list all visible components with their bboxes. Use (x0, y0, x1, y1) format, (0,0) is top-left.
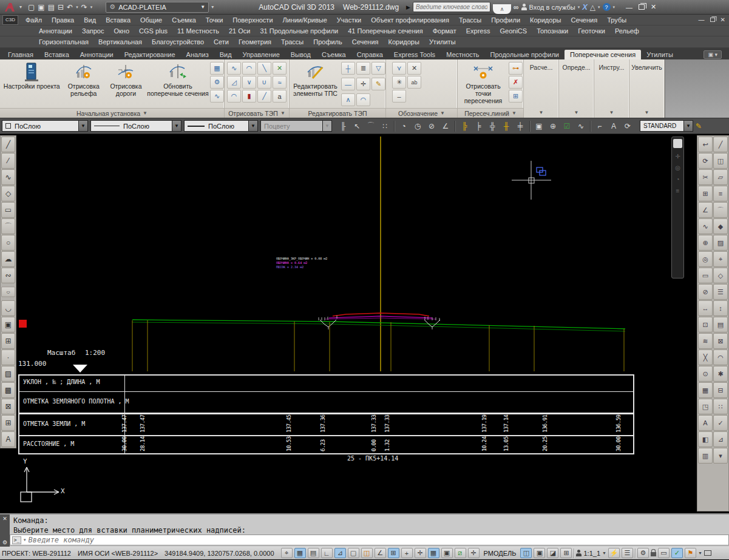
coordinates-readout[interactable]: 349184.9409, 1320757.0268, 0.0000 (164, 550, 274, 557)
trusted-autodesk-button[interactable]: ✓ (671, 548, 683, 558)
menu-routes[interactable]: Трассы (276, 38, 308, 46)
modify-tool-button[interactable]: ⊠ (713, 333, 728, 349)
tab-view[interactable]: Вид (214, 50, 237, 59)
dim-inspect-icon[interactable]: ☑ (561, 122, 573, 130)
quick-properties-toggle[interactable]: ▣ (441, 548, 453, 558)
close-icon[interactable]: ✕ (2, 516, 7, 522)
menu-networks[interactable]: Сети (209, 38, 234, 46)
crossing-delete-icon[interactable]: ✗ (509, 76, 523, 89)
modify-tool-button[interactable]: ∿ (698, 218, 713, 234)
dim-ordinate-icon[interactable]: ∷ (379, 122, 391, 130)
tep-ditch-v-icon[interactable]: ∨ (242, 76, 256, 89)
panel-tools-collapsed[interactable]: Инстру... ▼ (594, 59, 629, 118)
tab-express-tools[interactable]: Express Tools (388, 50, 441, 59)
tab-analyze[interactable]: Анализ (181, 50, 214, 59)
annotation-monitor-toggle[interactable]: ✛ (468, 548, 480, 558)
modify-tool-button[interactable]: ⟳ (698, 153, 713, 169)
edit-tps-elements-button[interactable]: Редактировать элементы ТПС (291, 59, 339, 108)
lineweight-display-toggle[interactable]: ✛ (415, 548, 426, 558)
help-icon[interactable]: ? (603, 3, 611, 11)
snap-mode-toggle[interactable]: ▦ (294, 548, 306, 558)
dim-text-edit-icon[interactable]: A (608, 122, 620, 130)
tep-curve-icon[interactable]: ≈ (273, 76, 287, 89)
draw-region-button[interactable]: ⊠ (1, 399, 15, 414)
menu-utilities[interactable]: Утилиты (424, 38, 461, 46)
modify-tool-button[interactable]: ↔ (698, 300, 713, 316)
tep-cross-icon[interactable]: ✕ (273, 62, 287, 75)
tep-road-icon[interactable]: ◠ (227, 90, 241, 103)
tab-terrain[interactable]: Местность (441, 50, 484, 59)
menu-insert[interactable]: Вставка (101, 16, 135, 24)
modify-tool-button[interactable]: ▱ (713, 169, 728, 185)
modify-tool-button[interactable]: ▦ (698, 382, 713, 398)
isolate-objects-button[interactable]: ⚑ (685, 548, 696, 558)
object-snap-tracking-toggle[interactable]: ∠ (375, 548, 386, 558)
dim-center-mark-icon[interactable]: ⊕ (547, 122, 559, 130)
menu-survey[interactable]: Съемка (167, 16, 201, 24)
edit-surface-icon[interactable]: ◠ (356, 93, 370, 106)
menu-surfaces[interactable]: Поверхности (228, 16, 277, 24)
dim-space-icon[interactable]: ╫ (500, 122, 512, 130)
tep-grade-icon[interactable]: ◿ (227, 76, 241, 89)
undo-icon[interactable]: ↶ (67, 3, 73, 12)
draw-revision-cloud-button[interactable]: ☁ (1, 251, 15, 267)
doc-minimize-button[interactable]: — (699, 16, 705, 23)
menu-sections3[interactable]: Сечения (347, 38, 384, 46)
doc-close-button[interactable]: ✕ (721, 16, 725, 23)
menu-toposigns[interactable]: Топознаки (532, 27, 573, 35)
modify-tool-button[interactable]: ⊟ (713, 382, 728, 398)
dim-radius-icon[interactable]: ◔ (398, 122, 410, 130)
panel-zoom-collapsed[interactable]: Увеличить ▼ (629, 59, 665, 118)
edit-trim-icon[interactable]: — (341, 78, 355, 90)
menu-window[interactable]: Окно (109, 27, 134, 35)
menu-annotations[interactable]: Аннотации (34, 27, 77, 35)
menu-landscaping[interactable]: Благоустройство (147, 38, 209, 46)
communication-center-icon[interactable]: △ (590, 3, 595, 12)
infer-constraints-toggle[interactable]: ⌖ (281, 548, 293, 558)
menu-view[interactable]: Вид (79, 16, 101, 24)
update-cross-sections-button[interactable]: Обновить поперечные сечения (147, 59, 209, 108)
lineweight-dropdown[interactable]: ПоСлою ▼ (184, 120, 258, 132)
modify-tool-button[interactable]: ∷ (713, 399, 728, 414)
draw-construction-line-button[interactable]: ⁄ (1, 153, 15, 169)
surface-wave-icon[interactable]: ∿ (210, 90, 224, 103)
modify-tool-button[interactable]: ◳ (698, 399, 713, 414)
tep-text-icon[interactable]: a (273, 90, 287, 103)
menu-express[interactable]: Express (461, 27, 495, 35)
modify-tool-button[interactable]: ↩ (698, 137, 713, 152)
plan-grid-icon[interactable]: ▦ (210, 62, 224, 75)
draw-polyline-button[interactable]: ∿ (1, 169, 15, 185)
modify-tool-button[interactable]: ▾ (713, 448, 728, 464)
showmotion-icon[interactable]: ≡ (676, 187, 680, 194)
panel-calculation-collapsed[interactable]: Расче... ▼ (524, 59, 559, 118)
draw-arc-button[interactable]: ⌒ (1, 218, 15, 234)
menu-lines-curves[interactable]: Линии/Кривые (278, 16, 332, 24)
polar-tracking-toggle[interactable]: ⊿ (334, 548, 346, 558)
close-button[interactable]: ✕ (651, 3, 656, 11)
menu-horizontal[interactable]: Горизонтальная (34, 38, 93, 46)
restore-button[interactable] (639, 4, 645, 10)
modify-tool-button[interactable]: ☰ (713, 284, 728, 300)
draw-spline-button[interactable]: ∾ (1, 268, 15, 283)
draw-ellipse-button[interactable]: ○ (1, 287, 15, 297)
minimize-button[interactable]: — (626, 4, 632, 11)
modify-tool-button[interactable]: ✂ (698, 169, 713, 185)
draw-line-button[interactable]: ╱ (1, 137, 15, 152)
selection-cycling-toggle[interactable]: ⧄ (455, 548, 466, 558)
draw-polygon-button[interactable]: ◇ (1, 186, 15, 201)
tep-ditch-u-icon[interactable]: ∪ (257, 76, 271, 89)
pan-icon[interactable]: ✛ (675, 153, 680, 160)
menu-corridors3[interactable]: Коридоры (384, 38, 424, 46)
menu-profiles[interactable]: Профили (486, 16, 525, 24)
menu-format[interactable]: Формат (428, 27, 461, 35)
menu-long-profiles[interactable]: 31 Продольные профили (255, 27, 343, 35)
dynamic-input-toggle[interactable]: + (401, 548, 413, 558)
autoscale-button[interactable]: ☰ (622, 548, 633, 558)
grid-display-toggle[interactable]: ▤ (308, 548, 319, 558)
help-dropdown-icon[interactable]: ▾ (613, 5, 615, 10)
exchange-apps-icon[interactable]: X (582, 2, 588, 12)
linetype-dropdown[interactable]: ПоСлою ▼ (90, 120, 181, 132)
draw-rectangle-button[interactable]: ▭ (1, 202, 15, 218)
sign-in-dropdown-icon[interactable]: ▾ (578, 5, 580, 10)
edit-break-icon[interactable]: ┼ (341, 62, 355, 75)
